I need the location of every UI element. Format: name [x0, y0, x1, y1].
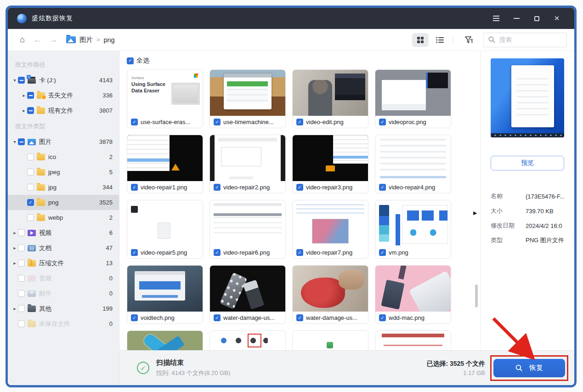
file-card[interactable]: vm.png: [375, 200, 451, 259]
tree-item-checkbox[interactable]: [18, 229, 25, 236]
tree-item-checkbox[interactable]: [18, 77, 25, 84]
file-card[interactable]: video-repair7.png: [292, 200, 368, 259]
sidebar-tree-item[interactable]: ▸ 丢失文件 336: [8, 88, 119, 103]
file-checkbox[interactable]: [379, 314, 386, 321]
tree-item-checkbox[interactable]: [18, 320, 25, 327]
expand-arrow-icon[interactable]: ▾: [11, 139, 18, 144]
sidebar-tree-item[interactable]: png 3525: [8, 195, 119, 210]
sidebar-tree-item[interactable]: ▾ 图片 3878: [8, 134, 119, 149]
tree-item-checkbox[interactable]: [27, 92, 34, 99]
home-button[interactable]: ⌂: [20, 35, 25, 45]
sidebar-tree-item[interactable]: ico 2: [8, 149, 119, 165]
file-card[interactable]: voidtech.png: [127, 265, 203, 324]
back-button[interactable]: ←: [34, 35, 41, 45]
file-card[interactable]: video-repair6.png: [209, 200, 286, 259]
selected-count: 已选择: 3525 个文件: [426, 360, 485, 368]
file-card[interactable]: video-repair3.png: [292, 135, 368, 193]
selected-size: 1.17 GB: [426, 369, 485, 376]
sidebar-tree-item[interactable]: ▸ 其他 199: [8, 301, 119, 316]
file-checkbox[interactable]: [296, 184, 303, 191]
file-card[interactable]: water-damage-us...: [292, 265, 368, 324]
expand-arrow-icon[interactable]: ▸: [11, 245, 18, 250]
grid-view-button[interactable]: [412, 33, 429, 47]
sidebar-tree-item[interactable]: 邮件 0: [8, 286, 119, 301]
tree-item-checkbox[interactable]: [27, 153, 34, 160]
sidebar-tree-item[interactable]: jpeg 5: [8, 165, 119, 180]
file-card[interactable]: use-timemachine...: [209, 69, 286, 128]
expand-arrow-icon[interactable]: ▸: [11, 306, 18, 311]
select-all-checkbox[interactable]: [127, 57, 134, 64]
sidebar-tree-item[interactable]: ▸ 压缩文件 13: [8, 256, 119, 271]
sidebar-tree-item[interactable]: ▸ 文档 47: [8, 240, 119, 256]
list-view-button[interactable]: [431, 33, 448, 47]
file-card[interactable]: water-damage-us...: [209, 265, 286, 324]
tree-item-checkbox[interactable]: [27, 107, 34, 114]
file-checkbox[interactable]: [296, 119, 303, 125]
tree-item-count: 2: [109, 214, 113, 221]
file-checkbox[interactable]: [131, 119, 138, 125]
tree-item-checkbox[interactable]: [27, 214, 34, 221]
file-card[interactable]: SurfaceUsing SurfaceData Eraser use-surf…: [127, 69, 203, 128]
tree-item-icon: [28, 260, 36, 267]
file-checkbox[interactable]: [379, 119, 386, 125]
file-checkbox[interactable]: [214, 184, 221, 191]
sidebar-tree-item[interactable]: ▸ 现有文件 3807: [8, 103, 119, 118]
sidebar-tree-item[interactable]: webp 2: [8, 210, 119, 225]
file-card[interactable]: video-repair5.png: [127, 200, 203, 259]
file-card[interactable]: wdd-mac.png: [375, 265, 451, 324]
forward-button[interactable]: →: [50, 35, 57, 45]
file-checkbox[interactable]: [131, 249, 138, 256]
tree-item-checkbox[interactable]: [27, 169, 34, 176]
file-checkbox[interactable]: [214, 249, 221, 256]
minimize-button[interactable]: [508, 11, 525, 25]
expand-arrow-icon[interactable]: ▸: [11, 261, 18, 266]
sidebar-tree-item[interactable]: jpg 344: [8, 180, 119, 195]
file-checkbox[interactable]: [131, 314, 138, 321]
file-name: water-damage-us...: [223, 314, 275, 321]
tree-item-checkbox[interactable]: [18, 244, 25, 251]
tree-item-checkbox[interactable]: [18, 138, 25, 145]
file-card[interactable]: videoproc.png: [375, 69, 451, 128]
tree-item-checkbox[interactable]: [27, 199, 34, 206]
file-thumbnail: [127, 135, 203, 181]
detail-value: PNG 图片文件: [526, 236, 564, 244]
breadcrumb-folder[interactable]: 图片: [79, 35, 93, 44]
tree-item-checkbox[interactable]: [18, 305, 25, 312]
sidebar-tree-item[interactable]: 音频 0: [8, 271, 119, 286]
file-checkbox[interactable]: [214, 314, 221, 321]
panel-toggle-icon[interactable]: ▶: [473, 210, 477, 216]
expand-arrow-icon[interactable]: ▸: [21, 93, 27, 98]
breadcrumb-separator: >: [96, 36, 100, 43]
scrollbar-thumb[interactable]: [475, 284, 478, 307]
file-checkbox[interactable]: [131, 184, 138, 191]
sidebar-tree-item[interactable]: 未保存文件 0: [8, 316, 119, 331]
tree-item-icon: [28, 230, 36, 236]
recover-button[interactable]: 恢复: [493, 359, 565, 377]
file-checkbox[interactable]: [214, 119, 221, 125]
sidebar-tree-item[interactable]: ▾ 卡 (J:) 4143: [8, 73, 119, 88]
expand-arrow-icon[interactable]: ▾: [11, 78, 18, 83]
file-checkbox[interactable]: [296, 249, 303, 256]
close-button[interactable]: ✕: [549, 11, 565, 25]
filter-button[interactable]: [460, 33, 477, 47]
preview-button[interactable]: 预览: [491, 156, 564, 170]
file-checkbox[interactable]: [379, 184, 386, 191]
tree-item-checkbox[interactable]: [27, 184, 34, 191]
file-checkbox[interactable]: [296, 314, 303, 321]
expand-arrow-icon[interactable]: ▸: [21, 108, 27, 113]
menu-button[interactable]: [488, 11, 504, 25]
sidebar-tree-item[interactable]: ▸ 视频 6: [8, 225, 119, 240]
breadcrumb-current[interactable]: png: [103, 36, 114, 44]
file-card[interactable]: video-repair1.png: [127, 135, 203, 193]
search-input[interactable]: [499, 36, 555, 43]
tree-item-checkbox[interactable]: [18, 260, 25, 267]
file-card[interactable]: video-repair2.png: [209, 135, 286, 193]
maximize-button[interactable]: [528, 11, 545, 25]
tree-item-checkbox[interactable]: [18, 275, 25, 282]
search-box[interactable]: [483, 33, 567, 47]
expand-arrow-icon[interactable]: ▸: [11, 230, 18, 235]
tree-item-checkbox[interactable]: [18, 290, 25, 297]
file-checkbox[interactable]: [379, 249, 386, 256]
file-card[interactable]: video-edit.png: [292, 69, 368, 128]
file-card[interactable]: video-repair4.png: [375, 135, 451, 193]
